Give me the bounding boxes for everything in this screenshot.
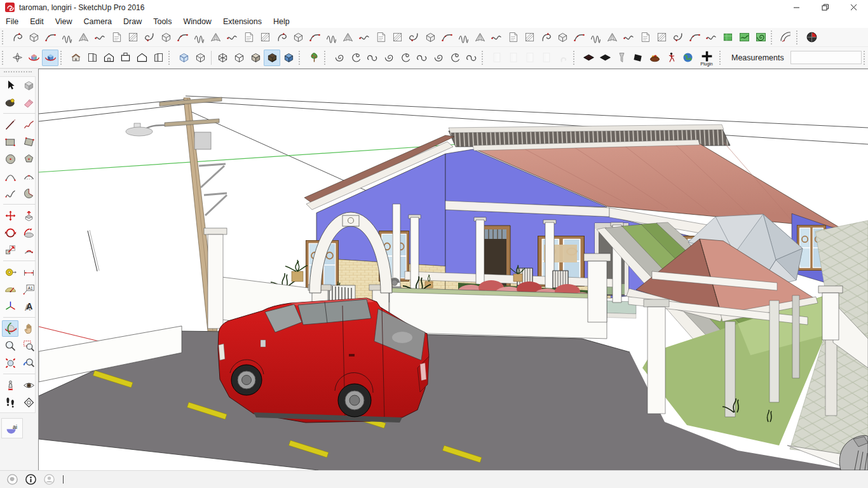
style-monochrome-button[interactable] bbox=[247, 50, 264, 66]
axes-tool[interactable] bbox=[2, 298, 18, 315]
extension-tool-38[interactable] bbox=[620, 29, 637, 46]
style-xray-button[interactable] bbox=[175, 50, 192, 66]
extension-tool-22[interactable] bbox=[356, 29, 372, 46]
extension-tool-44[interactable] bbox=[719, 29, 736, 46]
menu-extensions[interactable]: Extensions bbox=[217, 16, 268, 27]
curl-tool-9[interactable] bbox=[463, 50, 480, 66]
extension-tool-10[interactable] bbox=[158, 29, 174, 46]
3d-text-tool[interactable] bbox=[20, 298, 37, 315]
extension-tool-40[interactable] bbox=[653, 29, 670, 46]
extension-tool-43[interactable] bbox=[703, 29, 719, 46]
extension-tool-5[interactable] bbox=[75, 29, 92, 46]
style-back-edges-button[interactable] bbox=[192, 50, 208, 66]
circle-tool[interactable] bbox=[2, 151, 18, 167]
plugin-add-button[interactable]: Plugin bbox=[696, 50, 717, 66]
position-camera-tool[interactable] bbox=[2, 377, 18, 393]
toolbar-grip[interactable] bbox=[168, 51, 173, 65]
view-right-button[interactable] bbox=[150, 50, 166, 66]
orbit-shaded-button[interactable] bbox=[42, 50, 58, 66]
extension-tool-27[interactable] bbox=[438, 29, 455, 46]
close-button[interactable] bbox=[839, 0, 868, 15]
hook-tool-button[interactable] bbox=[555, 50, 571, 66]
curl-tool-5[interactable] bbox=[397, 50, 414, 66]
geo-location-button[interactable] bbox=[679, 50, 696, 66]
view-top-button[interactable] bbox=[117, 50, 133, 66]
extension-tool-1[interactable] bbox=[9, 29, 25, 46]
curl-tool-1[interactable] bbox=[331, 50, 348, 66]
extension-tool-9[interactable] bbox=[141, 29, 158, 46]
extension-tool-17[interactable] bbox=[273, 29, 290, 46]
ai-extension-tool[interactable]: ai bbox=[3, 420, 20, 437]
extension-tool-7[interactable] bbox=[108, 29, 125, 46]
extension-tool-36[interactable] bbox=[587, 29, 604, 46]
rotate-tool[interactable] bbox=[2, 224, 18, 241]
instructor-status-icon[interactable] bbox=[25, 473, 37, 485]
menu-edit[interactable]: Edit bbox=[24, 16, 50, 27]
three-point-arc-tool[interactable] bbox=[2, 185, 18, 201]
tree-maker-button[interactable] bbox=[306, 50, 322, 66]
orbit-textured-button[interactable] bbox=[25, 50, 42, 66]
toolbar-grip[interactable] bbox=[771, 30, 775, 44]
rotated-rectangle-tool[interactable] bbox=[20, 133, 37, 150]
extension-tool-13[interactable] bbox=[207, 29, 224, 46]
toolbar-grip[interactable] bbox=[573, 51, 578, 65]
offset-tool[interactable] bbox=[20, 241, 37, 258]
menu-draw[interactable]: Draw bbox=[118, 16, 147, 27]
measurements-input[interactable] bbox=[790, 51, 862, 64]
push-pull-tool[interactable] bbox=[20, 207, 37, 224]
menu-window[interactable]: Window bbox=[177, 16, 217, 27]
section-plane-tool[interactable] bbox=[20, 394, 37, 410]
tape-measure-tool[interactable] bbox=[2, 264, 18, 280]
dark-plane-button-1[interactable] bbox=[580, 50, 597, 66]
toolbar-grip[interactable] bbox=[2, 30, 6, 44]
extension-tool-2[interactable] bbox=[25, 29, 42, 46]
dimension-tool[interactable] bbox=[20, 264, 37, 280]
section-cut-button[interactable] bbox=[538, 50, 555, 66]
menu-camera[interactable]: Camera bbox=[78, 16, 118, 27]
toolbar-grip[interactable] bbox=[324, 51, 329, 65]
view-iso-button[interactable] bbox=[67, 50, 84, 66]
protractor-tool[interactable] bbox=[2, 281, 18, 297]
section-display-button[interactable] bbox=[522, 50, 538, 66]
toolbar-grip[interactable] bbox=[60, 51, 65, 65]
extension-tool-46[interactable] bbox=[752, 29, 769, 46]
extension-tool-16[interactable] bbox=[257, 29, 273, 46]
minimize-button[interactable] bbox=[782, 0, 811, 15]
dark-plane-button-2[interactable] bbox=[597, 50, 613, 66]
zoom-window-tool[interactable] bbox=[20, 337, 37, 354]
modeling-viewport[interactable] bbox=[38, 69, 868, 470]
eraser-tool[interactable] bbox=[20, 94, 37, 111]
fruit-bowl-component-button[interactable] bbox=[646, 50, 663, 66]
extension-tool-20[interactable] bbox=[323, 29, 339, 46]
scale-tool[interactable] bbox=[2, 241, 18, 258]
extension-tool-35[interactable] bbox=[571, 29, 587, 46]
curl-tool-7[interactable] bbox=[430, 50, 447, 66]
orbit-tool[interactable] bbox=[2, 320, 18, 337]
look-around-tool[interactable] bbox=[20, 377, 37, 393]
extension-tool-8[interactable] bbox=[125, 29, 141, 46]
move-tool[interactable] bbox=[2, 207, 18, 224]
style-shaded-button[interactable] bbox=[280, 50, 297, 66]
curl-tool-3[interactable] bbox=[364, 50, 381, 66]
extension-tool-26[interactable] bbox=[422, 29, 438, 46]
pan-tool[interactable] bbox=[20, 320, 37, 337]
view-back-button[interactable] bbox=[133, 50, 150, 66]
rectangle-tool[interactable] bbox=[2, 133, 18, 150]
two-point-arc-tool[interactable] bbox=[20, 168, 37, 184]
restore-button[interactable] bbox=[811, 0, 839, 15]
account-status-icon[interactable] bbox=[43, 473, 55, 485]
dark-panel-button[interactable] bbox=[630, 50, 646, 66]
toolbar-grip[interactable] bbox=[299, 51, 303, 65]
extension-tool-31[interactable] bbox=[505, 29, 521, 46]
polygon-tool[interactable] bbox=[20, 151, 37, 167]
curl-tool-6[interactable] bbox=[414, 50, 430, 66]
arc-tool[interactable] bbox=[2, 168, 18, 184]
curl-tool-2[interactable] bbox=[348, 50, 364, 66]
extension-tool-45[interactable] bbox=[736, 29, 752, 46]
extension-tool-14[interactable] bbox=[224, 29, 240, 46]
pie-tool[interactable] bbox=[20, 185, 37, 201]
extension-tool-23[interactable] bbox=[372, 29, 389, 46]
toolbar-grip[interactable] bbox=[4, 71, 32, 75]
make-component-tool[interactable] bbox=[20, 77, 37, 93]
menu-file[interactable]: File bbox=[0, 16, 24, 27]
